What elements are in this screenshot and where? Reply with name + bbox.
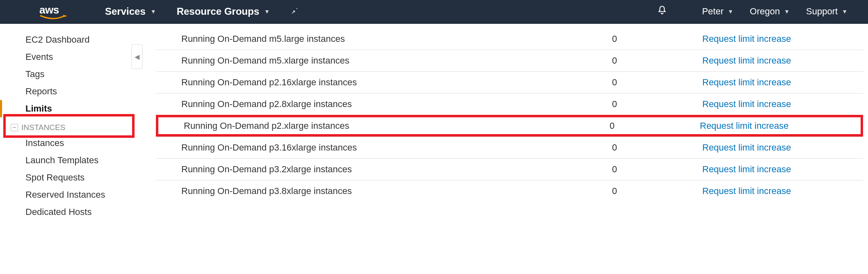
top-nav: aws Services ▼ Resource Groups ▼ Peter ▼…: [0, 0, 868, 24]
limit-value: 0: [612, 77, 702, 88]
sidebar-item-dedicated-hosts[interactable]: Dedicated Hosts: [0, 203, 139, 221]
limit-value: 0: [612, 55, 702, 66]
limit-value: 0: [612, 142, 702, 153]
notifications-icon[interactable]: [657, 5, 667, 18]
sidebar-collapse-handle[interactable]: ◀: [131, 44, 143, 69]
caret-down-icon: ▼: [842, 8, 847, 15]
region-label: Oregon: [750, 6, 780, 17]
region-menu[interactable]: Oregon ▼: [750, 6, 790, 17]
request-limit-increase-link[interactable]: Request limit increase: [702, 99, 858, 110]
chevron-left-icon: ◀: [135, 53, 139, 61]
caret-down-icon: ▼: [151, 8, 156, 15]
limit-name: Running On-Demand p2.8xlarge instances: [161, 99, 612, 110]
sidebar-item-events[interactable]: Events: [0, 48, 139, 66]
user-label: Peter: [702, 6, 724, 17]
sidebar-section-instances[interactable]: − INSTANCES: [0, 117, 139, 135]
services-menu[interactable]: Services ▼: [105, 6, 156, 17]
limit-value: 0: [612, 99, 702, 110]
pin-icon[interactable]: [290, 6, 299, 17]
account-menu[interactable]: Peter ▼: [702, 6, 733, 17]
limit-name: Running On-Demand p2.16xlarge instances: [161, 77, 612, 88]
limits-table: Running On-Demand m5.large instances0Req…: [139, 24, 868, 221]
caret-down-icon: ▼: [264, 8, 270, 15]
caret-down-icon: ▼: [728, 8, 733, 15]
table-row: Running On-Demand m5.xlarge instances0Re…: [156, 50, 863, 71]
table-row: Running On-Demand p3.8xlarge instances0R…: [156, 180, 863, 202]
limit-value: 0: [612, 164, 702, 175]
section-label: INSTANCES: [21, 123, 65, 132]
sidebar-item-reports[interactable]: Reports: [0, 83, 139, 100]
request-limit-increase-link[interactable]: Request limit increase: [702, 186, 858, 196]
sidebar: ◀ EC2 Dashboard Events Tags Reports Limi…: [0, 24, 139, 221]
limit-name: Running On-Demand p3.8xlarge instances: [161, 186, 612, 196]
request-limit-increase-link[interactable]: Request limit increase: [702, 55, 858, 66]
table-row: Running On-Demand p2.16xlarge instances0…: [156, 71, 863, 93]
request-limit-increase-link[interactable]: Request limit increase: [702, 142, 858, 153]
limit-value: 0: [610, 121, 700, 131]
sidebar-item-tags[interactable]: Tags: [0, 66, 139, 83]
sidebar-item-spot-requests[interactable]: Spot Requests: [0, 169, 139, 186]
sidebar-item-instances[interactable]: Instances: [0, 135, 139, 152]
aws-logo[interactable]: aws: [39, 4, 68, 20]
limit-value: 0: [612, 34, 702, 44]
limit-name: Running On-Demand p3.2xlarge instances: [161, 164, 612, 175]
table-row: Running On-Demand p3.16xlarge instances0…: [156, 137, 863, 158]
sidebar-item-launch-templates[interactable]: Launch Templates: [0, 152, 139, 169]
services-label: Services: [105, 6, 146, 17]
support-label: Support: [806, 6, 838, 17]
request-limit-increase-link[interactable]: Request limit increase: [702, 77, 858, 88]
limit-name: Running On-Demand p3.16xlarge instances: [161, 142, 612, 153]
support-menu[interactable]: Support ▼: [806, 6, 847, 17]
limit-value: 0: [612, 186, 702, 196]
resource-groups-menu[interactable]: Resource Groups ▼: [177, 6, 270, 17]
caret-down-icon: ▼: [784, 8, 790, 15]
table-row: Running On-Demand m5.large instances0Req…: [156, 28, 863, 50]
table-row: Running On-Demand p2.xlarge instances0Re…: [156, 115, 863, 137]
collapse-icon: −: [11, 124, 18, 131]
limit-name: Running On-Demand m5.xlarge instances: [161, 55, 612, 66]
sidebar-item-reserved-instances[interactable]: Reserved Instances: [0, 186, 139, 203]
request-limit-increase-link[interactable]: Request limit increase: [700, 121, 856, 131]
sidebar-item-ec2-dashboard[interactable]: EC2 Dashboard: [0, 31, 139, 48]
table-row: Running On-Demand p2.8xlarge instances0R…: [156, 93, 863, 115]
limit-name: Running On-Demand m5.large instances: [161, 34, 612, 44]
sidebar-item-limits[interactable]: Limits: [0, 100, 139, 117]
resource-groups-label: Resource Groups: [177, 6, 259, 17]
request-limit-increase-link[interactable]: Request limit increase: [702, 34, 858, 44]
limit-name: Running On-Demand p2.xlarge instances: [163, 121, 610, 131]
request-limit-increase-link[interactable]: Request limit increase: [702, 164, 858, 175]
table-row: Running On-Demand p3.2xlarge instances0R…: [156, 158, 863, 180]
